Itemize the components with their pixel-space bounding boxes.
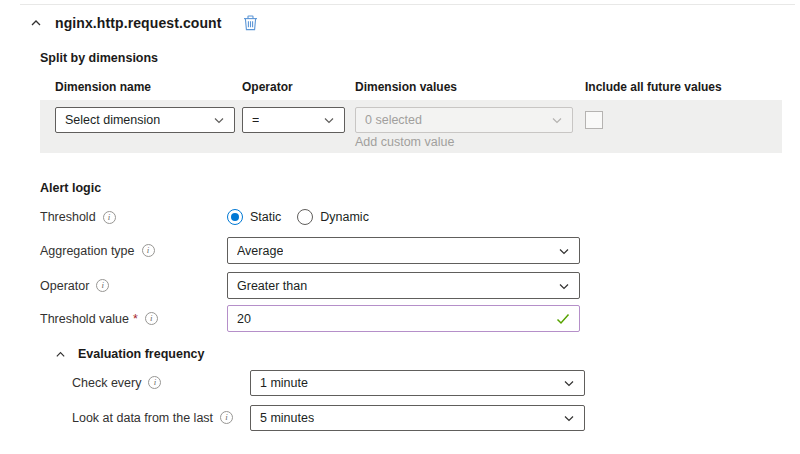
check-every-label: Check every xyxy=(72,376,141,390)
check-every-label-cell: Check every i xyxy=(72,376,250,390)
radio-circle-icon xyxy=(227,209,243,225)
info-icon[interactable]: i xyxy=(103,211,116,224)
operator-select-value: Greater than xyxy=(237,279,307,293)
threshold-value-label: Threshold value xyxy=(40,312,129,326)
split-by-dimensions-title: Split by dimensions xyxy=(40,51,800,65)
evaluation-frequency-header: Evaluation frequency xyxy=(40,347,800,361)
chevron-down-icon xyxy=(323,114,335,126)
operator-label-cell: Operator i xyxy=(40,279,227,293)
check-every-select-value: 1 minute xyxy=(260,376,308,390)
column-header-dimension-name: Dimension name xyxy=(55,80,242,94)
chevron-down-icon xyxy=(558,280,570,292)
collapse-evaluation-frequency-button[interactable] xyxy=(55,349,66,360)
chevron-down-icon xyxy=(213,114,225,126)
condition-content: Split by dimensions Dimension name Opera… xyxy=(0,51,800,431)
aggregation-type-label: Aggregation type xyxy=(40,244,135,258)
chevron-down-icon xyxy=(563,412,575,424)
threshold-static-radio[interactable]: Static xyxy=(227,209,281,225)
info-icon[interactable]: i xyxy=(220,411,233,424)
chevron-down-icon xyxy=(551,114,563,126)
chevron-up-icon xyxy=(30,17,42,29)
dimension-table-header: Dimension name Operator Dimension values… xyxy=(55,80,800,94)
operator-select[interactable]: Greater than xyxy=(227,272,580,299)
dimension-name-select[interactable]: Select dimension xyxy=(55,107,235,133)
aggregation-type-label-cell: Aggregation type i xyxy=(40,244,227,258)
threshold-label: Threshold xyxy=(40,210,96,224)
evaluation-frequency-title: Evaluation frequency xyxy=(78,347,204,361)
include-future-values-checkbox[interactable] xyxy=(585,111,603,129)
radio-dot-icon xyxy=(231,213,239,221)
dimension-values-select[interactable]: 0 selected xyxy=(355,107,573,133)
dimension-operator-select[interactable]: = xyxy=(242,107,345,133)
required-asterisk: * xyxy=(133,312,138,326)
metric-header: nginx.http.request.count xyxy=(0,5,800,31)
column-header-include-future-values: Include all future values xyxy=(585,80,800,94)
collapse-metric-button[interactable] xyxy=(30,17,42,29)
info-icon[interactable]: i xyxy=(142,244,155,257)
aggregation-type-select-value: Average xyxy=(237,244,283,258)
valid-checkmark-icon xyxy=(556,313,570,325)
dimension-values-cell: 0 selected Add custom value xyxy=(355,107,585,149)
add-custom-value-link[interactable]: Add custom value xyxy=(355,135,585,149)
aggregation-type-row: Aggregation type i Average xyxy=(40,237,800,264)
dimension-values-select-value: 0 selected xyxy=(365,113,422,127)
threshold-type-radio-group: Static Dynamic xyxy=(227,209,369,225)
info-icon[interactable]: i xyxy=(145,312,158,325)
chevron-up-icon xyxy=(55,349,66,360)
column-header-operator: Operator xyxy=(242,80,355,94)
trash-icon xyxy=(243,15,258,31)
threshold-label-cell: Threshold i xyxy=(40,210,227,224)
include-future-values-cell xyxy=(585,107,782,132)
metric-title: nginx.http.request.count xyxy=(55,15,222,31)
dimension-name-select-value: Select dimension xyxy=(65,113,160,127)
check-every-select[interactable]: 1 minute xyxy=(250,370,585,396)
info-icon[interactable]: i xyxy=(148,376,161,389)
dimension-name-cell: Select dimension xyxy=(55,107,242,133)
threshold-dynamic-label: Dynamic xyxy=(320,210,369,224)
radio-circle-icon xyxy=(297,209,313,225)
threshold-value-row: Threshold value * i xyxy=(40,305,800,332)
operator-row: Operator i Greater than xyxy=(40,272,800,299)
column-header-dimension-values: Dimension values xyxy=(355,80,585,94)
threshold-row: Threshold i Static Dynamic xyxy=(40,205,800,229)
lookback-label: Look at data from the last xyxy=(72,411,213,425)
alert-condition-panel: nginx.http.request.count Split by dimens… xyxy=(0,4,800,431)
chevron-down-icon xyxy=(563,377,575,389)
info-icon[interactable]: i xyxy=(96,279,109,292)
chevron-down-icon xyxy=(558,245,570,257)
lookback-row: Look at data from the last i 5 minutes xyxy=(40,404,800,431)
lookback-select[interactable]: 5 minutes xyxy=(250,405,585,431)
threshold-value-input[interactable] xyxy=(237,312,556,326)
delete-metric-button[interactable] xyxy=(243,15,258,31)
aggregation-type-select[interactable]: Average xyxy=(227,237,580,264)
check-every-row: Check every i 1 minute xyxy=(40,369,800,396)
threshold-value-label-cell: Threshold value * i xyxy=(40,312,227,326)
dimension-operator-select-value: = xyxy=(252,113,259,127)
alert-logic-title: Alert logic xyxy=(40,181,800,195)
operator-label: Operator xyxy=(40,279,89,293)
lookback-label-cell: Look at data from the last i xyxy=(72,411,250,425)
threshold-dynamic-radio[interactable]: Dynamic xyxy=(297,209,369,225)
threshold-value-field xyxy=(227,305,580,332)
threshold-static-label: Static xyxy=(250,210,281,224)
operator-cell: = xyxy=(242,107,355,133)
lookback-select-value: 5 minutes xyxy=(260,411,314,425)
dimension-row: Select dimension = 0 selected Add custom… xyxy=(40,100,782,153)
